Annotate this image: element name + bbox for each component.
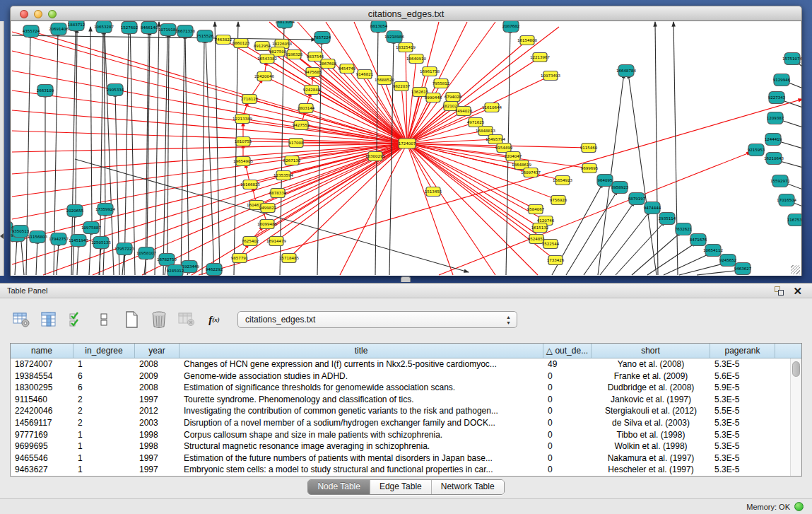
column-header-pagerank[interactable]: pagerank [710, 344, 775, 358]
graph-node[interactable]: 7857224 [314, 32, 331, 44]
graph-node[interactable]: 16782759 [157, 254, 177, 266]
graph-node[interactable]: 8958923 [611, 182, 629, 194]
graph-node[interactable]: 12353594 [273, 171, 293, 180]
graph-node[interactable]: 9427552 [293, 121, 310, 130]
graph-node[interactable]: 9227343 [768, 92, 786, 104]
delete-column-button[interactable] [149, 310, 169, 329]
graph-node[interactable]: 17957223 [114, 243, 134, 255]
graph-node[interactable]: 10654112 [703, 245, 723, 257]
graph-node[interactable]: 18300295 [365, 152, 385, 161]
graph-node[interactable]: 2522544 [542, 240, 560, 249]
graph-node[interactable]: 8454749 [339, 64, 356, 74]
graph-node[interactable]: 17942757 [49, 233, 69, 245]
graph-node[interactable]: 15592971 [770, 175, 790, 187]
graph-node[interactable]: 7625402 [242, 237, 259, 246]
table-row[interactable]: 1830029562008Estimation of significance … [11, 382, 790, 394]
graph-node[interactable]: 8860123 [233, 39, 250, 48]
graph-node[interactable]: 917008 [289, 139, 304, 148]
graph-node[interactable]: 9475685 [305, 68, 322, 77]
tab-network-table[interactable]: Network Table [431, 480, 504, 494]
table-row[interactable]: 2242004622012Investigating the contribut… [11, 405, 790, 417]
graph-node[interactable]: 1810755 [235, 137, 252, 146]
graph-node[interactable]: 15751074 [782, 53, 802, 65]
function-builder-button[interactable]: f(x) [204, 310, 224, 329]
graph-node[interactable]: 2663109 [37, 85, 54, 97]
graph-node[interactable]: 9584067 [527, 205, 545, 214]
graph-node[interactable]: 16848813 [476, 127, 495, 136]
graph-node[interactable]: 11156803 [28, 231, 47, 243]
graph-node[interactable]: 10973493 [541, 71, 560, 81]
graph-node[interactable]: 10653287 [94, 21, 114, 33]
graph-node[interactable]: 8878334 [269, 189, 287, 198]
graph-node[interactable]: 2867608 [319, 59, 337, 69]
graph-node[interactable]: 8813054 [370, 21, 388, 33]
graph-node[interactable]: 2935114 [659, 213, 676, 225]
graph-node[interactable]: 12213967 [530, 53, 550, 62]
graph-node[interactable]: 2087682 [502, 21, 520, 33]
graph-node[interactable]: 9146821 [356, 70, 374, 79]
graph-node[interactable]: 16914479 [266, 237, 286, 246]
network-window-titlebar[interactable]: citations_edges.txt [10, 6, 802, 21]
network-canvas[interactable]: 8860123891295418226058982750881863281654… [10, 21, 802, 276]
column-header-short[interactable]: short [592, 344, 710, 358]
graph-node[interactable]: 1733426 [547, 256, 565, 265]
graph-node[interactable]: 22420046 [254, 72, 274, 81]
graph-node[interactable]: 11451947 [69, 235, 88, 247]
graph-node[interactable]: 7632621 [675, 223, 693, 235]
graph-node[interactable]: 1527602 [121, 22, 139, 34]
graph-node[interactable]: 17359924 [95, 204, 115, 216]
tab-edge-table[interactable]: Edge Table [370, 480, 431, 494]
new-column-button[interactable] [122, 310, 141, 329]
float-panel-icon[interactable] [775, 286, 784, 296]
graph-node[interactable]: 9474444 [644, 202, 661, 214]
graph-node[interactable]: 12213389 [233, 115, 252, 124]
graph-hub-node[interactable]: 1724007 [399, 139, 416, 148]
graph-node[interactable]: 7515526 [196, 30, 214, 42]
graph-node[interactable]: 15688520 [375, 76, 394, 85]
table-settings-button[interactable] [11, 310, 31, 329]
graph-node[interactable]: 15495794 [486, 135, 505, 144]
graph-node[interactable]: 16210643 [764, 153, 784, 165]
column-header-out_degree[interactable]: △ out_de... [543, 344, 592, 358]
graph-node[interactable]: 1513455 [425, 187, 442, 197]
graph-node[interactable]: 16097437 [521, 168, 541, 177]
graph-node[interactable]: 964095 [597, 175, 613, 187]
graph-node[interactable]: 9154499 [495, 144, 513, 153]
graph-node[interactable]: 15718485 [279, 254, 299, 263]
graph-node[interactable]: 15654923 [553, 176, 572, 185]
table-row[interactable]: 946554611997Estimation of the future num… [11, 452, 790, 465]
graph-node[interactable]: 9857791 [231, 254, 249, 263]
graph-node[interactable]: 6879197 [628, 193, 646, 205]
graph-node[interactable]: 12505135 [91, 237, 111, 249]
graph-node[interactable]: 16648784 [616, 65, 636, 77]
window-resize-grip[interactable] [791, 265, 800, 274]
graph-node[interactable]: 9215953 [748, 144, 765, 156]
table-row[interactable]: 1456911722003Disruption of a novel membe… [11, 417, 790, 429]
graph-node[interactable]: 20691406 [49, 23, 69, 35]
graph-node[interactable]: 8466140 [141, 22, 158, 34]
graph-node[interactable]: 8186328 [286, 50, 303, 59]
graph-node[interactable]: 18640910 [406, 54, 426, 64]
graph-node[interactable]: 8471676 [690, 234, 707, 246]
column-visibility-button[interactable] [39, 310, 59, 329]
table-selector-combobox[interactable]: citations_edges.txt ▲▼ [237, 311, 517, 328]
graph-node[interactable]: 16099486 [257, 220, 277, 229]
graph-node[interactable]: 11610644 [482, 103, 502, 112]
table-row[interactable]: 969969511998Structural magnetic resonanc… [11, 440, 790, 452]
graph-node[interactable]: 18813064 [275, 21, 295, 28]
graph-node[interactable]: 4971625 [467, 118, 485, 127]
column-header-year[interactable]: year [135, 344, 180, 358]
graph-node[interactable]: 18325419 [396, 43, 416, 52]
graph-node[interactable]: 2905334 [107, 84, 124, 96]
graph-node[interactable]: 1843712 [68, 21, 86, 31]
column-header-in_degree[interactable]: in_degree [73, 344, 135, 358]
graph-node[interactable]: 9129946 [773, 74, 791, 86]
scrollbar-thumb[interactable] [792, 361, 800, 377]
table-row[interactable]: 946362711997Embryonic stem cells: a mode… [11, 464, 790, 476]
graph-node[interactable]: 6794028 [445, 93, 462, 102]
graph-node[interactable]: 17016504 [777, 194, 796, 206]
graph-node[interactable]: 9350513 [12, 226, 30, 238]
graph-node[interactable]: 2020655 [66, 205, 84, 217]
graph-node[interactable]: 2803144 [298, 104, 315, 113]
select-all-button[interactable] [66, 310, 86, 329]
